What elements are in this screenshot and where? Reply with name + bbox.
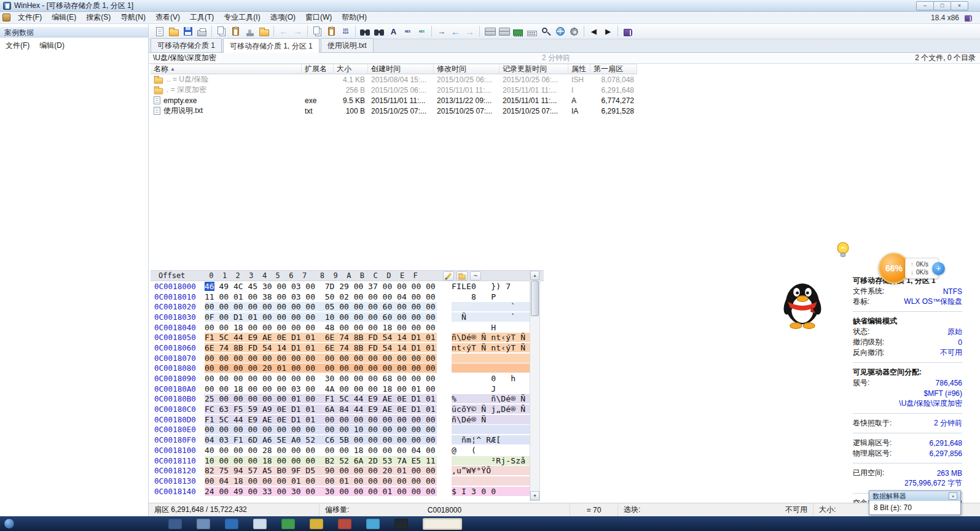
hex-ascii[interactable]: FILE0 }) 7	[452, 282, 532, 291]
scrollbar-thumb[interactable]	[531, 281, 539, 316]
hex-ascii[interactable]: ²Rj-Szå	[452, 456, 532, 465]
template-icon[interactable]: ~	[470, 271, 481, 281]
hex-bytes[interactable]: F1 5C 44 E9 AE 0E D1 01 6E 74 8B FD 54 1…	[205, 333, 437, 342]
hex-ascii[interactable]: Ñ `	[452, 312, 532, 322]
hex-bytes[interactable]: 00 00 18 00 00 00 03 00 4A 00 00 00 18 0…	[205, 384, 437, 393]
forward-button[interactable]: →	[463, 25, 477, 38]
hex-bytes[interactable]: 00 00 18 00 00 00 00 00 48 00 00 00 18 0…	[205, 323, 437, 332]
hex-ascii[interactable]: nt‹ýT Ñ nt‹ýT Ñ	[452, 343, 532, 352]
find-button[interactable]	[358, 25, 372, 38]
calculator-button[interactable]	[525, 25, 539, 38]
menu-item-0[interactable]: 文件(F)	[13, 11, 47, 24]
taskbar-active-window[interactable]	[423, 518, 462, 530]
disk-tools-button[interactable]	[496, 25, 511, 38]
file-table-row[interactable]: 使用说明.txttxt100 B2015/10/25 07:...2015/10…	[151, 106, 637, 116]
hex-bytes[interactable]: 00 00 00 00 00 00 00 00 00 00 00 00 00 0…	[205, 354, 437, 363]
menu-item-6[interactable]: 专业工具(I)	[219, 11, 265, 24]
hex-ascii[interactable]: 0 h	[452, 374, 532, 383]
case-edit-menu[interactable]: 编辑(D)	[39, 41, 65, 51]
hex-ascii[interactable]: @ (	[452, 446, 532, 455]
qq-penguin-mascot[interactable]	[779, 276, 826, 331]
taskbar-app-7[interactable]	[338, 519, 351, 529]
hex-bytes[interactable]: 46 49 4C 45 30 00 03 00 7D 29 00 37 00 0…	[205, 282, 437, 291]
menu-item-8[interactable]: 窗口(W)	[300, 11, 337, 24]
hex-bytes[interactable]: 00 00 00 00 20 01 00 00 00 00 00 00 00 0…	[205, 363, 437, 373]
tab-2[interactable]: 使用说明.txt	[321, 38, 374, 52]
menu-item-1[interactable]: 编辑(E)	[47, 11, 81, 24]
help-button[interactable]	[621, 25, 635, 38]
hex-ascii[interactable]	[452, 425, 532, 434]
start-button[interactable]	[4, 518, 15, 529]
hex-bytes[interactable]: 04 03 F1 6D A6 5E A0 52 C6 5B 00 00 00 0…	[205, 435, 437, 444]
find-text-button[interactable]: A	[386, 25, 401, 38]
file-table-row[interactable]: .. = U盘/保险4.1 KB2015/08/04 15:...2015/10…	[151, 74, 637, 85]
column-header-name[interactable]: 名称▲	[151, 64, 302, 74]
minimize-button[interactable]: –	[916, 1, 934, 10]
save-file-button[interactable]	[181, 25, 195, 38]
hex-bytes[interactable]: 11 00 01 00 38 00 03 00 50 02 00 00 00 0…	[205, 292, 437, 301]
column-header-attr[interactable]: 属性	[568, 64, 590, 74]
selected-byte[interactable]: 46	[205, 282, 214, 291]
tab-1[interactable]: 可移动存储介质 1, 分区 1	[223, 38, 319, 53]
hex-bytes[interactable]: 00 00 00 00 00 00 00 00 05 00 00 00 60 0…	[205, 302, 437, 311]
hex-ascii[interactable]: J	[452, 384, 532, 393]
taskbar-app-9[interactable]	[394, 519, 408, 529]
manual-book-icon[interactable]	[965, 15, 972, 21]
column-header-sector[interactable]: 第一扇区	[590, 64, 637, 74]
hex-ascii[interactable]: ‚u”W¥°ŸÕ	[452, 466, 532, 475]
goto-offset-button[interactable]: 101 010	[339, 25, 353, 38]
find-next-button[interactable]	[372, 25, 386, 38]
menu-item-4[interactable]: 查看(V)	[151, 11, 185, 24]
find-hex-button[interactable]: HEX	[401, 25, 415, 38]
hex-ascii[interactable]: 8 P	[452, 292, 532, 301]
paste-block-button[interactable]	[324, 25, 339, 38]
back-button[interactable]: ←	[449, 25, 463, 38]
hex-bytes[interactable]: 10 00 00 00 18 00 00 00 B2 52 6A 2D 53 7…	[205, 456, 437, 465]
taskbar-app-1[interactable]	[168, 519, 182, 529]
hex-bytes[interactable]: 00 00 00 00 00 00 00 00 00 00 10 00 00 0…	[205, 425, 437, 434]
taskbar-app-5[interactable]	[281, 519, 295, 529]
previous-window-button[interactable]: ◀	[587, 25, 601, 38]
column-header-modified[interactable]: 修改时间	[434, 64, 500, 74]
paste-clipboard-button[interactable]	[229, 25, 243, 38]
goto-page-button[interactable]: →	[434, 25, 449, 38]
taskbar-app-6[interactable]	[310, 519, 323, 529]
open-disk-button[interactable]	[482, 25, 496, 38]
hex-bytes[interactable]: 00 00 00 00 00 00 00 00 30 00 00 00 68 0…	[205, 374, 437, 383]
edit-stamp-button[interactable]	[243, 25, 257, 38]
copy-block-button[interactable]	[310, 25, 324, 38]
file-table-row[interactable]: empty.exeexe9.5 KB2015/11/01 11:...2013/…	[151, 95, 637, 106]
menu-item-9[interactable]: 帮助(H)	[337, 11, 372, 24]
browser-button[interactable]	[553, 25, 567, 38]
tab-0[interactable]: 可移动存储介质 1	[151, 38, 222, 52]
replace-hex-button[interactable]: HEX	[415, 25, 429, 38]
maximize-button[interactable]: □	[933, 1, 951, 10]
speed-add-button[interactable]: +	[932, 262, 945, 275]
open-folder-button[interactable]	[257, 25, 271, 38]
hex-ascii[interactable]	[452, 363, 532, 373]
scroll-down-arrow[interactable]: ▼	[530, 491, 539, 500]
scroll-up-arrow[interactable]: ▲	[530, 271, 539, 280]
taskbar-app-4[interactable]	[253, 519, 267, 529]
copy-button[interactable]	[214, 25, 229, 38]
child-window-icon[interactable]	[2, 14, 10, 21]
hex-ascii[interactable]: ñ\Dé® Ñ	[452, 415, 532, 424]
lightbulb-icon[interactable]	[834, 241, 853, 260]
disk-search-button[interactable]	[539, 25, 553, 38]
menu-item-3[interactable]: 导航(N)	[116, 11, 151, 24]
open-file-button[interactable]	[167, 25, 181, 38]
hex-bytes[interactable]: FC 63 F5 59 A9 0E D1 01 6A 84 44 E9 AE 0…	[205, 405, 437, 414]
hex-ascii[interactable]	[452, 476, 532, 486]
case-file-menu[interactable]: 文件(F)	[6, 41, 29, 51]
new-file-button[interactable]	[152, 25, 167, 38]
ram-editor-button[interactable]	[511, 25, 525, 38]
print-button[interactable]	[195, 25, 209, 38]
menu-item-7[interactable]: 选项(O)	[265, 11, 300, 24]
menu-item-2[interactable]: 搜索(S)	[81, 11, 116, 24]
options-button[interactable]	[567, 25, 581, 38]
taskbar-app-3[interactable]	[225, 519, 238, 529]
column-header-record[interactable]: 记录更新时间	[500, 64, 568, 74]
hex-ascii[interactable]: ñm¦^ RÆ[	[452, 435, 532, 444]
redo-button[interactable]: →	[291, 25, 305, 38]
column-header-ext[interactable]: 扩展名	[302, 64, 334, 74]
